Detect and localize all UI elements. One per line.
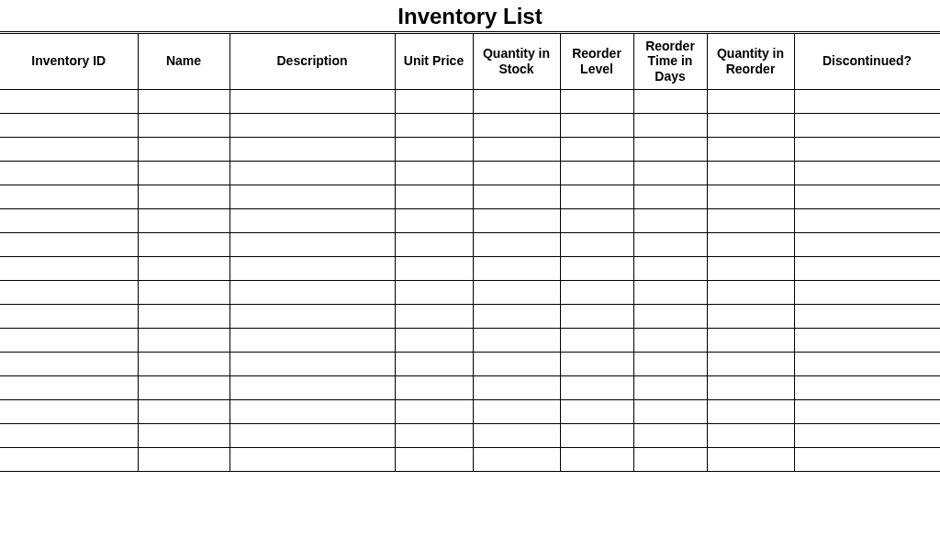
table-cell[interactable] [473,185,560,208]
table-row[interactable] [0,185,940,208]
table-row[interactable] [0,89,940,113]
table-row[interactable] [0,113,940,137]
table-cell[interactable] [473,208,560,232]
table-cell[interactable] [707,208,794,232]
table-row[interactable] [0,280,940,304]
table-cell[interactable] [138,304,229,328]
table-cell[interactable] [395,137,473,161]
table-cell[interactable] [633,185,707,208]
table-row[interactable] [0,399,940,423]
table-cell[interactable] [0,208,138,232]
table-cell[interactable] [395,399,473,423]
table-cell[interactable] [707,399,794,423]
table-cell[interactable] [0,399,138,423]
table-cell[interactable] [707,137,794,161]
table-cell[interactable] [794,304,940,328]
table-cell[interactable] [633,113,707,137]
table-cell[interactable] [229,208,395,232]
table-cell[interactable] [473,137,560,161]
table-cell[interactable] [633,232,707,256]
table-cell[interactable] [0,256,138,280]
table-cell[interactable] [560,328,633,352]
table-cell[interactable] [229,352,395,375]
table-cell[interactable] [794,280,940,304]
table-cell[interactable] [633,328,707,352]
table-cell[interactable] [395,375,473,399]
table-row[interactable] [0,232,940,256]
table-cell[interactable] [0,232,138,256]
table-cell[interactable] [138,399,229,423]
table-cell[interactable] [633,208,707,232]
table-cell[interactable] [707,113,794,137]
table-cell[interactable] [473,352,560,375]
table-cell[interactable] [794,375,940,399]
table-cell[interactable] [395,423,473,447]
table-cell[interactable] [560,447,633,471]
table-cell[interactable] [707,328,794,352]
table-cell[interactable] [138,161,229,185]
table-cell[interactable] [473,232,560,256]
table-cell[interactable] [560,208,633,232]
table-cell[interactable] [229,232,395,256]
table-cell[interactable] [229,161,395,185]
table-cell[interactable] [794,399,940,423]
table-cell[interactable] [395,328,473,352]
table-cell[interactable] [560,280,633,304]
table-cell[interactable] [560,113,633,137]
table-cell[interactable] [229,137,395,161]
table-cell[interactable] [229,113,395,137]
table-cell[interactable] [560,375,633,399]
table-cell[interactable] [0,447,138,471]
table-cell[interactable] [395,113,473,137]
table-cell[interactable] [395,280,473,304]
table-cell[interactable] [560,161,633,185]
table-cell[interactable] [560,352,633,375]
table-cell[interactable] [0,328,138,352]
table-cell[interactable] [229,375,395,399]
table-row[interactable] [0,375,940,399]
table-cell[interactable] [560,232,633,256]
table-row[interactable] [0,352,940,375]
table-cell[interactable] [0,304,138,328]
table-cell[interactable] [560,399,633,423]
table-cell[interactable] [707,447,794,471]
table-cell[interactable] [794,232,940,256]
table-cell[interactable] [473,113,560,137]
table-cell[interactable] [560,185,633,208]
table-cell[interactable] [229,256,395,280]
table-cell[interactable] [395,352,473,375]
table-cell[interactable] [395,161,473,185]
table-row[interactable] [0,208,940,232]
table-cell[interactable] [138,256,229,280]
table-cell[interactable] [138,89,229,113]
table-row[interactable] [0,447,940,471]
table-cell[interactable] [633,137,707,161]
table-cell[interactable] [794,328,940,352]
table-cell[interactable] [707,304,794,328]
table-cell[interactable] [229,399,395,423]
table-row[interactable] [0,256,940,280]
table-cell[interactable] [229,423,395,447]
table-cell[interactable] [707,232,794,256]
table-cell[interactable] [0,352,138,375]
table-cell[interactable] [707,256,794,280]
table-row[interactable] [0,328,940,352]
table-cell[interactable] [707,161,794,185]
table-cell[interactable] [794,89,940,113]
table-cell[interactable] [794,113,940,137]
table-cell[interactable] [794,352,940,375]
table-cell[interactable] [473,256,560,280]
table-cell[interactable] [473,89,560,113]
table-cell[interactable] [473,447,560,471]
table-row[interactable] [0,304,940,328]
table-cell[interactable] [395,447,473,471]
table-cell[interactable] [633,399,707,423]
table-cell[interactable] [794,447,940,471]
table-cell[interactable] [138,232,229,256]
table-cell[interactable] [794,161,940,185]
table-row[interactable] [0,161,940,185]
table-cell[interactable] [473,304,560,328]
table-cell[interactable] [473,375,560,399]
table-row[interactable] [0,137,940,161]
table-cell[interactable] [560,137,633,161]
